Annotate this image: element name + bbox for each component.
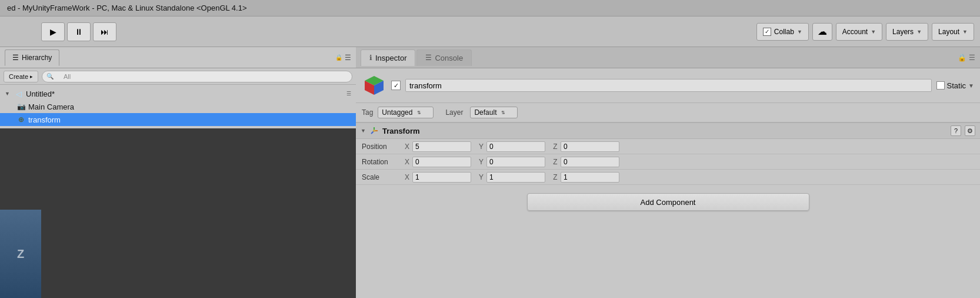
rotation-x-label: X bbox=[403, 158, 411, 166]
account-button[interactable]: Account ▼ bbox=[836, 23, 882, 41]
collab-checkmark: ✓ bbox=[763, 28, 771, 36]
tag-select-arrows: ⇅ bbox=[417, 110, 421, 115]
scene-icon: ◁ bbox=[14, 89, 24, 98]
hierarchy-tab-bar: ☰ Hierarchy 🔒 ☰ bbox=[0, 47, 356, 68]
console-tab[interactable]: ☰ Console bbox=[416, 49, 472, 66]
unity-cube-icon bbox=[364, 75, 385, 96]
console-tab-label: Console bbox=[435, 54, 463, 62]
rotation-y-input[interactable] bbox=[486, 157, 545, 167]
go-active-checkbox[interactable]: ✓ bbox=[391, 81, 401, 90]
inspector-menu-icon[interactable]: ☰ bbox=[969, 54, 975, 62]
hierarchy-tab[interactable]: ☰ Hierarchy bbox=[5, 49, 59, 66]
transform-help-button[interactable]: ? bbox=[951, 125, 961, 136]
transform-component: ▼ Transform ? ⚙ Position bbox=[356, 122, 980, 185]
play-button[interactable]: ▶ bbox=[41, 22, 65, 41]
list-item[interactable]: ⊕ transform bbox=[0, 113, 356, 126]
static-checkbox[interactable] bbox=[936, 81, 945, 90]
position-z-input[interactable] bbox=[561, 141, 619, 152]
collab-button[interactable]: ✓ Collab ▼ bbox=[756, 23, 809, 41]
cloud-icon: ☁ bbox=[818, 26, 827, 37]
inspector-tab-bar: ℹ Inspector ☰ Console 🔒 ☰ bbox=[356, 47, 980, 68]
left-panel: ☰ Hierarchy 🔒 ☰ Create ▸ 🔍 All ▼ bbox=[0, 47, 356, 298]
add-component-area: Add Component bbox=[356, 185, 980, 219]
layer-label: Layer bbox=[445, 108, 463, 117]
scale-z-label: Z bbox=[551, 173, 559, 181]
hierarchy-item-label: Main Camera bbox=[28, 102, 74, 111]
pause-button[interactable]: ⏸ bbox=[67, 22, 91, 41]
hierarchy-tab-label: Hierarchy bbox=[22, 54, 52, 62]
static-dropdown-arrow[interactable]: ▼ bbox=[968, 82, 974, 89]
hierarchy-item-label: transform bbox=[28, 115, 61, 124]
scale-x-input[interactable] bbox=[412, 172, 471, 183]
rotation-x-input[interactable] bbox=[412, 157, 471, 167]
step-button[interactable]: ⏭ bbox=[93, 22, 116, 41]
account-dropdown-arrow: ▼ bbox=[871, 29, 876, 35]
position-label: Position bbox=[362, 143, 403, 151]
hierarchy-item-label: Untitled* bbox=[26, 90, 55, 98]
position-x-input[interactable] bbox=[412, 141, 471, 152]
search-icon: 🔍 bbox=[46, 73, 54, 80]
tag-value: Untagged bbox=[382, 108, 412, 117]
go-checkbox-check: ✓ bbox=[394, 82, 399, 90]
inspector-tab-icon: ℹ bbox=[369, 54, 372, 62]
tag-label: Tag bbox=[362, 108, 373, 117]
rotation-xyz: X Y Z bbox=[403, 157, 974, 167]
go-checkbox-name: ✓ bbox=[391, 79, 932, 92]
layout-button[interactable]: Layout ▼ bbox=[932, 23, 974, 41]
account-label: Account bbox=[842, 28, 868, 36]
scale-z-input[interactable] bbox=[561, 172, 619, 183]
tag-dropdown[interactable]: Untagged ⇅ bbox=[378, 107, 434, 118]
create-button[interactable]: Create ▸ bbox=[4, 71, 38, 82]
scale-x-label: X bbox=[403, 173, 411, 181]
main-toolbar: ▶ ⏸ ⏭ ✓ Collab ▼ ☁ Account ▼ Layers ▼ La… bbox=[0, 16, 980, 47]
item-menu-icon[interactable]: ☰ bbox=[346, 91, 351, 97]
gameobject-icon bbox=[362, 73, 386, 98]
toolbar-right-group: ✓ Collab ▼ ☁ Account ▼ Layers ▼ Layout ▼ bbox=[756, 23, 974, 41]
create-label: Create bbox=[9, 73, 28, 80]
expand-arrow: ▼ bbox=[5, 91, 13, 97]
position-y-input[interactable] bbox=[486, 141, 545, 152]
list-item[interactable]: 📷 Main Camera bbox=[0, 100, 356, 113]
scene-view-partial: Z bbox=[0, 210, 41, 298]
layers-button[interactable]: Layers ▼ bbox=[886, 23, 928, 41]
layer-dropdown[interactable]: Default ⇅ bbox=[470, 107, 518, 118]
transform-title: Transform bbox=[382, 127, 947, 135]
gameobject-header: ✓ Static ▼ bbox=[356, 68, 980, 103]
layers-label: Layers bbox=[892, 28, 914, 36]
transform-fold-arrow[interactable]: ▼ bbox=[361, 128, 366, 134]
add-component-button[interactable]: Add Component bbox=[527, 193, 809, 211]
position-z-label: Z bbox=[551, 143, 559, 151]
transform-settings-button[interactable]: ⚙ bbox=[965, 125, 975, 136]
scale-row: Scale X Y Z bbox=[356, 170, 980, 185]
collab-dropdown-arrow: ▼ bbox=[797, 29, 802, 35]
hierarchy-menu-icon[interactable]: ☰ bbox=[345, 54, 351, 62]
add-component-label: Add Component bbox=[641, 198, 696, 207]
rotation-label: Rotation bbox=[362, 158, 403, 166]
scale-xyz: X Y Z bbox=[403, 172, 974, 183]
playmode-controls: ▶ ⏸ ⏭ bbox=[41, 22, 116, 41]
main-content: ☰ Hierarchy 🔒 ☰ Create ▸ 🔍 All ▼ bbox=[0, 47, 980, 298]
hierarchy-search[interactable]: 🔍 All bbox=[42, 71, 352, 82]
camera-icon: 📷 bbox=[16, 102, 26, 111]
layout-label: Layout bbox=[938, 28, 959, 36]
layout-dropdown-arrow: ▼ bbox=[962, 29, 968, 35]
layer-value: Default bbox=[474, 108, 496, 117]
inspector-tab[interactable]: ℹ Inspector bbox=[361, 49, 415, 66]
console-tab-icon: ☰ bbox=[425, 54, 432, 62]
cloud-button[interactable]: ☁ bbox=[812, 23, 832, 41]
rotation-z-input[interactable] bbox=[561, 157, 619, 167]
create-dropdown-arrow: ▸ bbox=[30, 74, 33, 80]
hierarchy-lock-icon[interactable]: 🔒 bbox=[335, 54, 342, 61]
transform-header: ▼ Transform ? ⚙ bbox=[356, 122, 980, 139]
list-item[interactable]: ▼ ◁ Untitled* ☰ bbox=[0, 87, 356, 100]
scale-y-input[interactable] bbox=[486, 172, 545, 183]
hierarchy-tab-icon: ☰ bbox=[12, 54, 19, 62]
go-name-input[interactable] bbox=[405, 79, 932, 92]
rotation-z-label: Z bbox=[551, 158, 559, 166]
inspector-lock-icon[interactable]: 🔒 bbox=[958, 54, 966, 62]
scale-y-label: Y bbox=[477, 173, 485, 181]
position-y-label: Y bbox=[477, 143, 485, 151]
tag-layer-row: Tag Untagged ⇅ Layer Default ⇅ bbox=[356, 103, 980, 122]
layer-select-arrows: ⇅ bbox=[501, 110, 505, 115]
inspector-tab-label: Inspector bbox=[375, 54, 406, 62]
